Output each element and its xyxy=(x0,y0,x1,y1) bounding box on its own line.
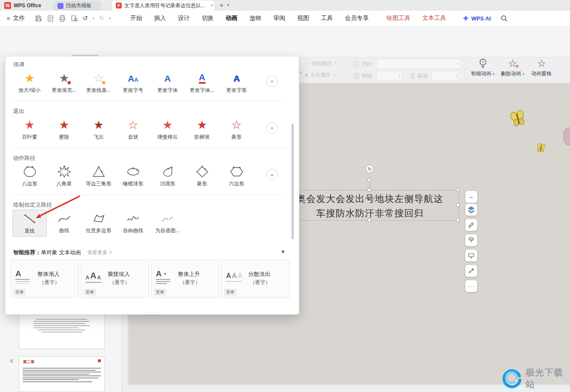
tab-view[interactable]: 视图 xyxy=(291,14,315,22)
path-item-football[interactable]: 橄榄球形 xyxy=(116,163,150,190)
path-item-hexagon[interactable]: 六边形 xyxy=(219,163,254,190)
text-property-dropdown[interactable]: A 文本属性 ▾ xyxy=(305,71,335,79)
motion-path-more-chevron[interactable]: ▾ xyxy=(266,169,278,181)
emphasis-item-font[interactable]: A 更改字体 xyxy=(150,69,185,97)
tab-tools[interactable]: 工具 xyxy=(315,14,339,22)
handle-bottom-mid[interactable] xyxy=(367,218,371,222)
exit-item-stairs[interactable]: ★ 阶梯状 xyxy=(185,116,219,143)
redo-icon[interactable]: ↻ xyxy=(99,14,105,22)
layers-button[interactable] xyxy=(465,204,477,216)
redo-chevron-icon[interactable]: ▾ xyxy=(109,17,111,20)
smart-card-scatter-fade[interactable]: AAA 分散淡出 （逐字） 文本 xyxy=(221,260,289,298)
smart-animation-button[interactable]: 智能动画▾ xyxy=(468,57,497,77)
undo-icon[interactable]: ↺ xyxy=(83,14,88,22)
slide-thumbnail-6[interactable]: 第二章 xyxy=(19,356,105,392)
exit-item-diamond[interactable]: ☆ 菱形 xyxy=(219,116,254,143)
tab-home[interactable]: 开始 xyxy=(124,14,148,22)
exit-blinds-star-icon: ★ xyxy=(24,117,34,133)
print-preview-icon[interactable] xyxy=(71,15,78,22)
animation-property-dropdown[interactable]: ☆ 动画属性 ▾ xyxy=(305,60,337,67)
butterfly-large[interactable] xyxy=(507,108,530,130)
tab-transition[interactable]: 切换 xyxy=(196,14,220,22)
delete-animation-button[interactable]: ☆× 删除动画▾ xyxy=(498,57,527,77)
clipart-partial[interactable] xyxy=(564,128,570,145)
app-logo[interactable]: W WPS Office xyxy=(3,1,47,10)
emphasis-item-fill-color[interactable]: ★ 更改填充... xyxy=(47,69,81,97)
smart-card-fade-in[interactable]: A 整体渐入 （逐字） 文本 xyxy=(11,260,79,298)
export-icon[interactable] xyxy=(47,15,54,22)
collapse-toolbar-button[interactable]: − xyxy=(465,191,477,203)
emphasis-item-grow-shrink[interactable]: ★ 放大/缩小 xyxy=(12,69,47,97)
rotate-handle[interactable] xyxy=(367,178,371,182)
more-button[interactable]: ··· xyxy=(465,280,477,292)
exit-item-box[interactable]: ☆ 盒状 xyxy=(116,116,150,143)
tab-text-tools[interactable]: 文本工具 xyxy=(416,14,452,22)
custom-path-item-autoshape[interactable]: 为自选图... xyxy=(150,210,185,237)
path-item-teardrop[interactable]: 泪滴形 xyxy=(150,163,185,190)
save-icon[interactable] xyxy=(35,15,42,22)
emphasis-item-font-color[interactable]: A 更改字体... xyxy=(185,69,219,97)
smart-card-gather-zoom[interactable]: AAA 聚拢缩入 （逐字） 文本 xyxy=(81,260,149,298)
exit-item-blinds[interactable]: ★ 百叶窗 xyxy=(12,116,47,143)
tab-review[interactable]: 审阅 xyxy=(267,14,291,22)
delete-animation-star-icon: ☆× xyxy=(508,59,517,68)
new-tab-button[interactable]: + xyxy=(220,1,223,9)
tab-drawing-tools[interactable]: 绘图工具 xyxy=(381,14,416,22)
wps-ai-button[interactable]: WPS AI xyxy=(462,15,491,22)
exit-more-chevron[interactable]: ▾ xyxy=(266,122,278,134)
file-menu-button[interactable]: ≡ 文件 xyxy=(7,11,25,26)
butterfly-small[interactable] xyxy=(535,142,548,155)
emphasis-item-font-size[interactable]: AA 更改字号 xyxy=(116,69,150,97)
delay-input[interactable]: ▴▾ xyxy=(432,71,459,80)
path-item-diamond[interactable]: 菱形 xyxy=(185,163,219,190)
smart-recommend-subtitle: 单对象 文本动画 xyxy=(41,249,81,256)
rotate-handle-icon[interactable]: ↻ xyxy=(366,165,374,173)
panel-drag-handle[interactable]: ··· xyxy=(6,310,299,315)
smart-card-rise-up[interactable]: A▲ 整体上升 （逐字） 文本 xyxy=(151,260,219,298)
duration-input[interactable]: ▴▾ xyxy=(376,71,402,80)
tab-template[interactable]: 找稿壳模板 xyxy=(53,1,101,11)
exit-item-fly-out[interactable]: ★ 飞出 xyxy=(81,116,116,143)
slide-text-line1[interactable]: 奥会发大会发出号地块左侧导航这 xyxy=(281,193,459,205)
tab-animation-active[interactable]: 动画 xyxy=(220,14,243,22)
close-tab-icon[interactable]: × xyxy=(210,3,213,9)
exit-item-crawl-out[interactable]: ★ 缓慢移出 xyxy=(150,116,185,143)
handle-bottom-right[interactable] xyxy=(456,218,460,222)
tools-button[interactable] xyxy=(465,265,477,277)
tab-insert[interactable]: 插入 xyxy=(148,14,172,22)
animation-property-icon: ☆ xyxy=(305,60,310,67)
smart-animation-chevron-icon: ▾ xyxy=(493,72,495,76)
template-tab-label: 找稿壳模板 xyxy=(66,2,92,9)
slide-thumbnail-5[interactable] xyxy=(19,312,105,349)
handle-top-right[interactable] xyxy=(456,188,460,192)
format-painter-button[interactable] xyxy=(465,234,477,246)
start-select[interactable]: ▾ xyxy=(376,59,461,68)
emphasis-more-chevron[interactable]: ▾ xyxy=(266,75,278,87)
pen-button[interactable] xyxy=(465,219,477,231)
tab-list-chevron-icon[interactable]: ▾ xyxy=(227,3,229,7)
undo-chevron-icon[interactable]: ▾ xyxy=(93,17,95,20)
path-item-octagon[interactable]: 八边形 xyxy=(12,163,47,190)
path-item-equilateral-triangle[interactable]: 等边三角形 xyxy=(81,163,116,190)
smart-collapse-chevron-icon[interactable]: ▾ xyxy=(281,248,285,256)
see-more-link[interactable]: 查看更多 > xyxy=(87,249,112,256)
path-item-8-point-star[interactable]: 八角星 xyxy=(47,163,81,190)
panel-scrollbar[interactable] xyxy=(292,124,294,239)
custom-path-item-freeform[interactable]: 任意多边形 xyxy=(81,210,116,237)
handle-top-mid[interactable] xyxy=(367,188,371,192)
start-label: 开始 xyxy=(361,60,372,68)
tab-document-active[interactable]: P 文字是人类用符号记录表达信息以... × xyxy=(112,0,214,11)
display-button[interactable] xyxy=(465,250,477,261)
custom-path-item-scribble[interactable]: 自由曲线 xyxy=(116,210,150,237)
handle-right-mid[interactable] xyxy=(456,203,460,207)
tab-slideshow[interactable]: 放映 xyxy=(243,14,267,22)
emphasis-item-line-color[interactable]: ☆ 更改线条... xyxy=(81,69,116,97)
tab-membership[interactable]: 会员专享 xyxy=(339,14,375,22)
emphasis-item-font-style[interactable]: A 更改字形 xyxy=(219,69,254,97)
tab-design[interactable]: 设计 xyxy=(172,14,196,22)
exit-item-wipe[interactable]: ★ 擦除 xyxy=(47,116,81,143)
animation-pane-button[interactable]: ☆ 动画窗格 xyxy=(527,57,556,77)
print-icon[interactable] xyxy=(59,15,66,22)
search-icon[interactable] xyxy=(500,14,508,22)
section-title-exit: 退出 xyxy=(13,108,24,115)
